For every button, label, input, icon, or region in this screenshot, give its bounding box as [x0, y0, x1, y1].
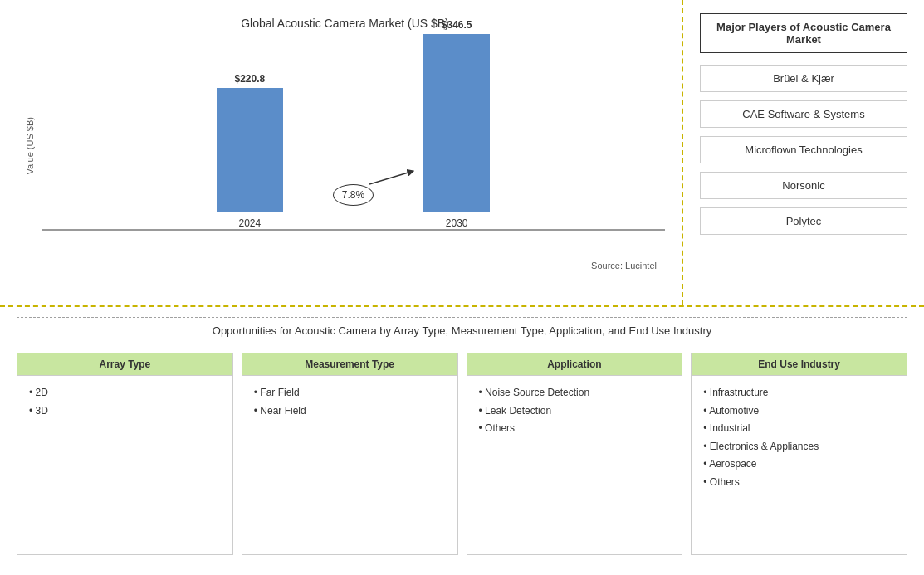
enduse-item-2: Industrial	[703, 420, 895, 438]
y-axis-label: Value (US $B)	[25, 117, 35, 175]
col-content-measurement-type: Far Field Near Field	[242, 376, 457, 428]
chart-area: Global Acoustic Camera Market (US $B) Va…	[0, 0, 683, 305]
opportunities-title: Opportunities for Acoustic Camera by Arr…	[17, 317, 907, 344]
bar-2024	[217, 88, 283, 212]
col-end-use-industry: End Use Industry Infrastructure Automoti…	[691, 353, 907, 555]
col-application: Application Noise Source Detection Leak …	[467, 353, 683, 555]
columns-container: Array Type 2D 3D Measurement Type Far Fi…	[17, 353, 907, 555]
application-item-1: Leak Detection	[479, 402, 671, 421]
enduse-item-0: Infrastructure	[703, 384, 895, 402]
bar-value-2030: $346.5	[442, 19, 472, 31]
chart-title: Global Acoustic Camera Market (US $B)	[25, 17, 665, 30]
enduse-item-3: Electronics & Appliances	[703, 438, 895, 456]
source-text: Source: Lucintel	[25, 261, 665, 270]
chart-inner: Value (US $B) $220.8 2024 7.8%	[25, 38, 665, 254]
bar-label-2030: 2030	[446, 217, 468, 229]
application-item-0: Noise Source Detection	[479, 384, 671, 402]
players-panel: Major Players of Acoustic Camera Market …	[683, 0, 924, 305]
x-axis-line	[42, 229, 665, 231]
enduse-item-4: Aerospace	[703, 456, 895, 474]
cagr-annotation: 7.8%	[333, 184, 374, 206]
col-content-end-use-industry: Infrastructure Automotive Industrial Ele…	[692, 376, 907, 500]
top-section: Global Acoustic Camera Market (US $B) Va…	[0, 0, 924, 307]
chart-bars-container: $220.8 2024 7.8%	[42, 38, 665, 254]
measurement-item-1: Near Field	[254, 402, 446, 421]
players-title: Major Players of Acoustic Camera Market	[700, 13, 907, 53]
svg-line-0	[369, 172, 411, 184]
player-item-5: Polytec	[700, 207, 907, 235]
player-item-3: Microflown Technologies	[700, 136, 907, 163]
application-item-2: Others	[479, 420, 671, 438]
player-item-4: Norsonic	[700, 172, 907, 199]
bar-group-2030: $346.5 2030	[423, 19, 490, 229]
player-item-2: CAE Software & Systems	[700, 100, 907, 128]
col-header-application: Application	[467, 353, 682, 376]
enduse-item-5: Others	[703, 474, 895, 492]
bar-2030	[423, 34, 490, 212]
col-header-array-type: Array Type	[17, 353, 232, 376]
col-array-type: Array Type 2D 3D	[17, 353, 233, 555]
col-header-end-use-industry: End Use Industry	[692, 353, 907, 376]
cagr-arrow-icon	[369, 168, 419, 192]
player-item-1: Brüel & Kjær	[700, 65, 907, 92]
bar-label-2024: 2024	[238, 217, 261, 229]
bars-row: $220.8 2024 7.8%	[42, 46, 665, 229]
measurement-item-0: Far Field	[254, 384, 446, 402]
array-item-1: 3D	[29, 402, 221, 421]
col-content-array-type: 2D 3D	[17, 376, 232, 428]
bottom-section: Opportunities for Acoustic Camera by Arr…	[0, 307, 924, 575]
bar-value-2024: $220.8	[234, 73, 265, 85]
array-item-0: 2D	[29, 384, 221, 402]
enduse-item-1: Automotive	[703, 402, 895, 421]
col-content-application: Noise Source Detection Leak Detection Ot…	[467, 376, 682, 446]
main-container: Global Acoustic Camera Market (US $B) Va…	[0, 0, 924, 575]
col-measurement-type: Measurement Type Far Field Near Field	[242, 353, 458, 555]
col-header-measurement-type: Measurement Type	[242, 353, 457, 376]
bar-group-2024: $220.8 2024	[217, 73, 283, 229]
